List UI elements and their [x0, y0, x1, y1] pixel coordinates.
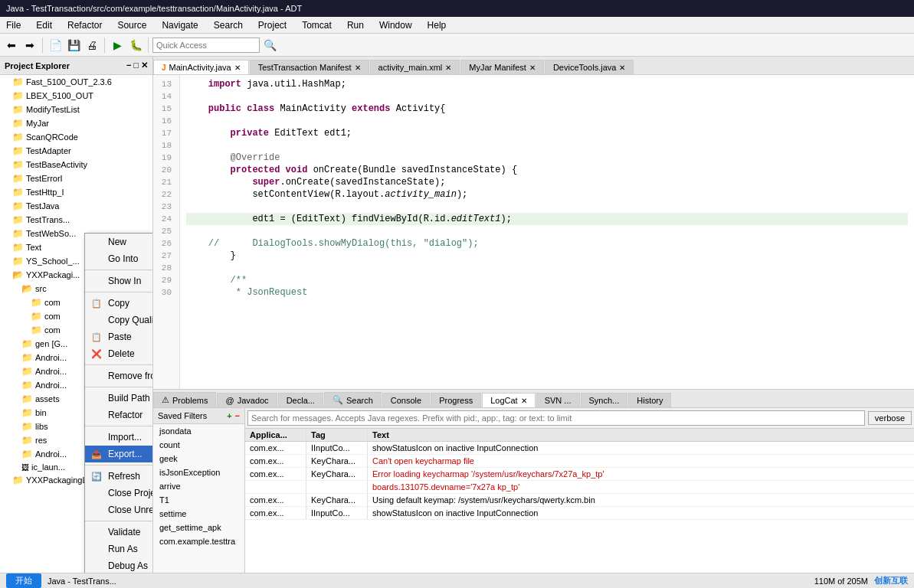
pe-item-testhttp[interactable]: 📁TestHttp_I	[0, 185, 152, 199]
ctx-paste[interactable]: 📋 Paste Ctrl+V	[85, 328, 153, 345]
pe-minimize-icon[interactable]: −	[126, 60, 131, 70]
pe-item-fast5100[interactable]: 📁Fast_5100_OUT_2.3.6	[0, 75, 152, 89]
ctx-export[interactable]: 📤 Export...	[85, 446, 153, 462]
pe-item-testerror[interactable]: 📁TestErrorI	[0, 172, 152, 185]
sf-item-isjsonexception[interactable]: isJsonException	[153, 466, 244, 479]
tab-svn[interactable]: SVN ...	[536, 393, 580, 407]
sf-item-arrive[interactable]: arrive	[153, 479, 244, 493]
menu-project[interactable]: Project	[255, 18, 290, 32]
verbose-button[interactable]: verbose	[868, 411, 912, 425]
log-cell-tag-2: KeyChara...	[306, 468, 368, 480]
tab-javadoc-label: Javadoc	[238, 396, 269, 405]
tab-manifest-close[interactable]: ✕	[355, 64, 361, 72]
toolbar-debug-btn[interactable]: 🐛	[127, 37, 144, 54]
toolbar-back-btn[interactable]: ⬅	[3, 37, 20, 54]
sf-item-t1[interactable]: T1	[153, 493, 244, 507]
pe-item-testadapter[interactable]: 📁TestAdapter	[0, 144, 152, 158]
toolbar-save-btn[interactable]: 💾	[65, 37, 82, 54]
ctx-close-unrelated[interactable]: Close Unrelated Projects	[85, 501, 153, 518]
code-area[interactable]: import java.util.HashMap; public class M…	[180, 75, 914, 389]
tab-history[interactable]: History	[628, 393, 671, 407]
ctx-refresh[interactable]: 🔄 Refresh F5	[85, 468, 153, 485]
pe-item-lbex[interactable]: 📁LBEX_5100_OUT	[0, 89, 152, 103]
col-header-text: Text	[368, 429, 914, 441]
tab-synch[interactable]: Synch...	[581, 393, 628, 407]
tab-decla[interactable]: Decla...	[278, 393, 323, 407]
quick-access-input[interactable]	[152, 38, 260, 53]
tab-activityxml[interactable]: activity_main.xml ✕	[370, 60, 460, 74]
ctx-go-into[interactable]: Go Into	[85, 250, 153, 267]
editor-content[interactable]: 13 14 15 16 17 18 19 20 21 22 23 24 25 2…	[153, 75, 914, 389]
menu-window[interactable]: Window	[376, 18, 415, 32]
menu-file[interactable]: File	[3, 18, 24, 32]
menu-tomcat[interactable]: Tomcat	[299, 18, 335, 32]
tab-devicetools-close[interactable]: ✕	[619, 64, 625, 72]
ctx-new[interactable]: New ▶	[85, 234, 153, 250]
tab-manifest[interactable]: TestTransaction Manifest ✕	[250, 60, 369, 74]
start-button[interactable]: 开始	[6, 573, 41, 588]
tab-progress[interactable]: Progress	[431, 393, 481, 407]
tab-myjarmanifest[interactable]: MyJar Manifest ✕	[460, 60, 544, 74]
log-search-input[interactable]	[247, 410, 865, 426]
ctx-refactor[interactable]: Refactor Alt+Shift+T ▶	[85, 407, 153, 423]
tab-activityxml-label: activity_main.xml	[378, 63, 443, 72]
sf-item-count[interactable]: count	[153, 438, 244, 452]
brand-logo: 创新互联	[874, 575, 908, 586]
ctx-build-path[interactable]: Build Path ▶	[85, 390, 153, 407]
tab-myjarmanifest-close[interactable]: ✕	[529, 64, 536, 72]
menu-edit[interactable]: Edit	[33, 18, 55, 32]
menu-refactor[interactable]: Refactor	[64, 18, 105, 32]
sf-item-jsondata[interactable]: jsondata	[153, 424, 244, 438]
sf-item-com-example[interactable]: com.example.testtra	[153, 534, 244, 548]
menu-help[interactable]: Help	[424, 18, 450, 32]
tab-logcat-close[interactable]: ✕	[521, 397, 527, 405]
ctx-copy[interactable]: 📋 Copy Ctrl+C	[85, 295, 153, 312]
menu-run[interactable]: Run	[344, 18, 367, 32]
pe-close-icon[interactable]: ✕	[141, 60, 148, 70]
toolbar-forward-btn[interactable]: ➡	[21, 37, 38, 54]
sf-item-geek[interactable]: geek	[153, 452, 244, 466]
toolbar-print-btn[interactable]: 🖨	[84, 37, 100, 54]
ctx-delete[interactable]: ❌ Delete Delete	[85, 345, 153, 362]
toolbar-search-btn[interactable]: 🔍	[261, 37, 278, 54]
pe-item-scanqr[interactable]: 📁ScanQRCode	[0, 130, 152, 144]
tab-activityxml-close[interactable]: ✕	[445, 64, 451, 72]
tab-mainactivity[interactable]: J MainActivity.java ✕	[153, 60, 249, 75]
ln-24: 24	[156, 213, 176, 225]
menu-navigate[interactable]: Navigate	[159, 18, 201, 32]
tab-search[interactable]: 🔍 Search	[324, 392, 382, 407]
pe-item-testjava[interactable]: 📁TestJava	[0, 199, 152, 213]
tab-javadoc[interactable]: @ Javadoc	[217, 393, 277, 407]
ctx-debug-as[interactable]: Debug As ▶	[85, 557, 153, 573]
tab-console[interactable]: Console	[382, 393, 430, 407]
ctx-close-project[interactable]: Close Project	[85, 485, 153, 501]
sf-add-icon[interactable]: +	[227, 411, 231, 420]
sf-item-get-settime[interactable]: get_settime_apk	[153, 521, 244, 534]
tab-problems[interactable]: ⚠ Problems	[153, 392, 216, 407]
toolbar-run-btn[interactable]: ▶	[109, 37, 126, 54]
ctx-copy-qualified[interactable]: Copy Qualified Name	[85, 312, 153, 328]
ctx-show-in[interactable]: Show In Alt+Shift+W ▶	[85, 273, 153, 289]
toolbar-new-btn[interactable]: 📄	[47, 37, 64, 54]
pe-item-testbase[interactable]: 📁TestBaseActivity	[0, 158, 152, 172]
pe-item-testtrans[interactable]: 📁TestTrans...	[0, 213, 152, 227]
ctx-import[interactable]: Import...	[85, 429, 153, 446]
ctx-run-as[interactable]: Run As ▶	[85, 541, 153, 557]
ctx-remove-context[interactable]: Remove from Context Ctrl+Alt+Shift+Down	[85, 368, 153, 384]
sf-remove-icon[interactable]: −	[235, 411, 240, 420]
pe-item-modifytest[interactable]: 📁ModifyTestList	[0, 103, 152, 116]
tab-mainactivity-close[interactable]: ✕	[234, 64, 241, 72]
menu-search[interactable]: Search	[211, 18, 246, 32]
ln-28: 28	[156, 262, 176, 274]
ctx-validate[interactable]: Validate	[85, 524, 153, 541]
code-line-25	[186, 225, 908, 237]
sf-item-settime[interactable]: settime	[153, 507, 244, 521]
log-table: Applica... Tag Text com.ex... IInputCo..…	[245, 429, 914, 573]
tab-devicetools[interactable]: DeviceTools.java ✕	[545, 60, 634, 74]
pe-maximize-icon[interactable]: □	[133, 60, 139, 70]
menu-source[interactable]: Source	[114, 18, 149, 32]
pe-item-myjar[interactable]: 📁MyJar	[0, 116, 152, 130]
tab-logcat[interactable]: LogCat ✕	[482, 393, 535, 407]
saved-filters-panel: Saved Filters + − jsondata count geek is…	[153, 408, 245, 573]
tab-myjarmanifest-label: MyJar Manifest	[469, 63, 526, 72]
